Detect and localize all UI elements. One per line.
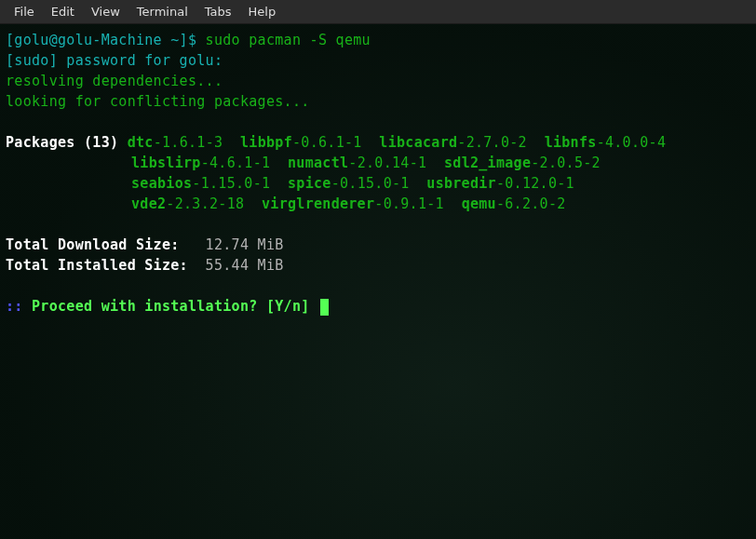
pkg-name: vde2 bbox=[131, 195, 166, 212]
packages-line-2: libslirp-4.6.1-1 numactl-2.0.14-1 sdl2_i… bbox=[6, 153, 750, 173]
installed-size-line: Total Installed Size: 55.44 MiB bbox=[6, 255, 750, 276]
terminal-area[interactable]: [golu@golu-Machine ~]$ sudo pacman -S qe… bbox=[0, 24, 756, 322]
pkg-ver: -0.6.1-1 bbox=[292, 134, 362, 151]
installed-value: 55.44 MiB bbox=[206, 257, 284, 274]
proceed-line: :: Proceed with installation? [Y/n] bbox=[6, 296, 750, 317]
download-value: 12.74 MiB bbox=[206, 236, 284, 253]
pkg-name: spice bbox=[288, 175, 331, 192]
pkg-name: seabios bbox=[131, 175, 192, 192]
pkg-ver: -0.9.1-1 bbox=[374, 195, 444, 212]
download-label: Total Download Size: bbox=[6, 236, 206, 253]
resolving-line: resolving dependencies... bbox=[6, 71, 750, 91]
pkg-name: sdl2_image bbox=[444, 155, 531, 171]
blank-line bbox=[6, 214, 750, 235]
menu-help[interactable]: Help bbox=[240, 2, 285, 21]
pkg-ver: -0.15.0-1 bbox=[331, 175, 410, 192]
menu-edit[interactable]: Edit bbox=[43, 2, 83, 21]
pkg-ver: -4.0.0-4 bbox=[597, 134, 667, 151]
pkg-name: libcacard bbox=[379, 134, 457, 151]
pkg-ver: -1.6.1-3 bbox=[154, 134, 223, 151]
download-size-line: Total Download Size: 12.74 MiB bbox=[6, 235, 750, 255]
prompt-line: [golu@golu-Machine ~]$ sudo pacman -S qe… bbox=[6, 30, 750, 50]
pkg-ver: -1.15.0-1 bbox=[192, 175, 270, 192]
sudo-password-line: [sudo] password for golu: bbox=[6, 50, 750, 71]
proceed-prefix: :: bbox=[6, 298, 32, 315]
pkg-ver: -2.0.14-1 bbox=[348, 155, 426, 171]
menu-terminal[interactable]: Terminal bbox=[128, 2, 196, 21]
packages-line-3: seabios-1.15.0-1 spice-0.15.0-1 usbredir… bbox=[6, 173, 750, 194]
pkg-name: virglrenderer bbox=[262, 195, 374, 212]
pkg-name: numactl bbox=[288, 155, 348, 171]
cursor bbox=[320, 299, 329, 316]
packages-line-1: Packages (13) dtc-1.6.1-3 libbpf-0.6.1-1… bbox=[6, 132, 750, 153]
pkg-name: qemu bbox=[462, 195, 496, 212]
proceed-text: Proceed with installation? [Y/n] bbox=[32, 298, 318, 315]
blank-line bbox=[6, 276, 750, 296]
installed-label: Total Installed Size: bbox=[6, 257, 206, 274]
command-text: sudo pacman -S qemu bbox=[206, 32, 371, 48]
menubar: File Edit View Terminal Tabs Help bbox=[0, 0, 756, 24]
pkg-ver: -2.3.2-18 bbox=[166, 195, 244, 212]
pkg-name: dtc bbox=[128, 134, 154, 151]
pkg-name: libslirp bbox=[131, 155, 201, 171]
pkg-ver: -6.2.0-2 bbox=[496, 195, 566, 212]
prompt-user-host: [golu@golu-Machine ~]$ bbox=[6, 32, 206, 48]
menu-tabs[interactable]: Tabs bbox=[196, 2, 240, 21]
conflicting-line: looking for conflicting packages... bbox=[6, 91, 750, 112]
packages-label: Packages (13) bbox=[6, 134, 118, 151]
pkg-ver: -4.6.1-1 bbox=[201, 155, 271, 171]
menu-view[interactable]: View bbox=[83, 2, 128, 21]
pkg-name: libbpf bbox=[240, 134, 292, 151]
pkg-ver: -2.7.0-2 bbox=[457, 134, 527, 151]
blank-line bbox=[6, 112, 750, 132]
pkg-name: usbredir bbox=[426, 175, 496, 192]
pkg-ver: -2.0.5-2 bbox=[531, 155, 601, 171]
packages-line-4: vde2-2.3.2-18 virglrenderer-0.9.1-1 qemu… bbox=[6, 194, 750, 214]
menu-file[interactable]: File bbox=[6, 2, 43, 21]
pkg-name: libnfs bbox=[545, 134, 597, 151]
pkg-ver: -0.12.0-1 bbox=[496, 175, 574, 192]
